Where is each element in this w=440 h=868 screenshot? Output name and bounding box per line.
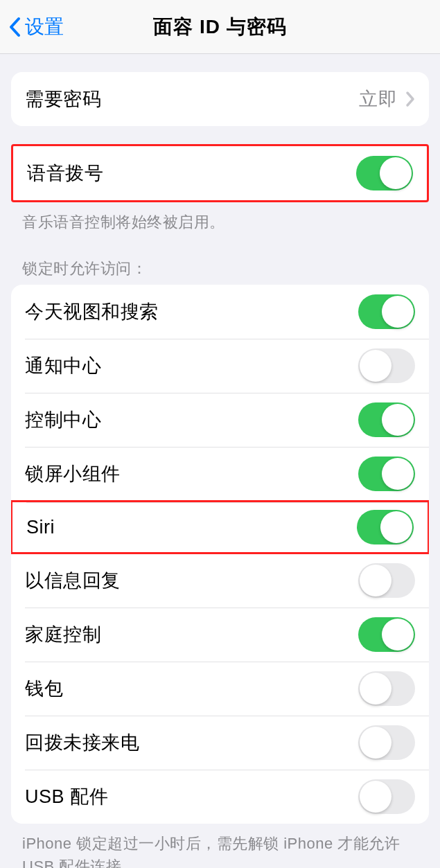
lockscreen-row: 锁屏小组件 — [11, 447, 429, 501]
lockscreen-toggle[interactable] — [358, 617, 415, 652]
lockscreen-row-label: 锁屏小组件 — [25, 461, 121, 486]
lockscreen-row: 通知中心 — [11, 339, 429, 393]
lockscreen-row-label: 通知中心 — [25, 353, 101, 378]
lockscreen-row-label: USB 配件 — [25, 784, 108, 809]
lockscreen-row: 今天视图和搜索 — [11, 285, 429, 339]
row-right: 立即 — [359, 87, 415, 112]
lockscreen-toggle[interactable] — [358, 563, 415, 598]
toggle-knob — [382, 458, 414, 490]
toggle-knob — [380, 157, 412, 189]
lockscreen-row: 控制中心 — [11, 393, 429, 447]
lockscreen-row-label: 钱包 — [25, 676, 63, 701]
lockscreen-toggle[interactable] — [358, 671, 415, 706]
toggle-knob — [382, 296, 414, 328]
lockscreen-row: 回拨未接来电 — [11, 716, 429, 770]
lockscreen-footer: iPhone 锁定超过一小时后，需先解锁 iPhone 才能允许USB 配件连接… — [22, 832, 418, 868]
lockscreen-toggle[interactable] — [358, 348, 415, 383]
lockscreen-row: 以信息回复 — [11, 553, 429, 608]
toggle-knob — [360, 350, 391, 382]
lockscreen-row: 家庭控制 — [11, 608, 429, 662]
require-passcode-row[interactable]: 需要密码 立即 — [11, 72, 429, 126]
page-title: 面容 ID 与密码 — [153, 14, 287, 40]
lockscreen-row-label: Siri — [26, 517, 55, 538]
lockscreen-toggle[interactable] — [358, 779, 415, 814]
lockscreen-toggle[interactable] — [358, 457, 415, 491]
lockscreen-row: Siri — [11, 500, 429, 554]
back-button[interactable]: 设置 — [0, 14, 64, 40]
lockscreen-toggle[interactable] — [358, 725, 415, 760]
voice-dial-footer: 音乐语音控制将始终被启用。 — [22, 211, 418, 233]
voice-dial-row: 语音拨号 — [13, 146, 427, 200]
lockscreen-row: USB 配件 — [11, 770, 429, 824]
back-label: 设置 — [25, 14, 64, 40]
lockscreen-row-label: 以信息回复 — [25, 568, 121, 593]
toggle-knob — [360, 727, 391, 759]
voice-dial-group: 语音拨号 — [11, 144, 429, 202]
passcode-group: 需要密码 立即 — [11, 72, 429, 126]
toggle-knob — [360, 565, 391, 596]
lockscreen-toggle[interactable] — [358, 294, 415, 329]
lockscreen-row-label: 控制中心 — [25, 407, 101, 432]
require-passcode-label: 需要密码 — [25, 87, 101, 112]
toggle-knob — [360, 673, 391, 705]
lockscreen-row-label: 今天视图和搜索 — [25, 299, 159, 324]
toggle-knob — [380, 511, 412, 543]
lockscreen-row: 钱包 — [11, 662, 429, 716]
voice-dial-toggle[interactable] — [356, 156, 413, 191]
chevron-left-icon — [8, 17, 21, 37]
lockscreen-group: 今天视图和搜索通知中心控制中心锁屏小组件Siri以信息回复家庭控制钱包回拨未接来… — [11, 285, 429, 824]
lockscreen-toggle[interactable] — [357, 510, 414, 544]
nav-header: 设置 面容 ID 与密码 — [0, 0, 440, 54]
voice-dial-label: 语音拨号 — [27, 161, 103, 186]
require-passcode-value: 立即 — [359, 87, 397, 112]
toggle-knob — [360, 781, 391, 813]
toggle-knob — [382, 404, 414, 436]
lockscreen-header: 锁定时允许访问： — [22, 258, 418, 279]
lockscreen-row-label: 回拨未接来电 — [25, 730, 139, 755]
chevron-right-icon — [405, 91, 415, 107]
lockscreen-row-label: 家庭控制 — [25, 622, 101, 647]
toggle-knob — [382, 619, 414, 650]
lockscreen-toggle[interactable] — [358, 402, 415, 437]
